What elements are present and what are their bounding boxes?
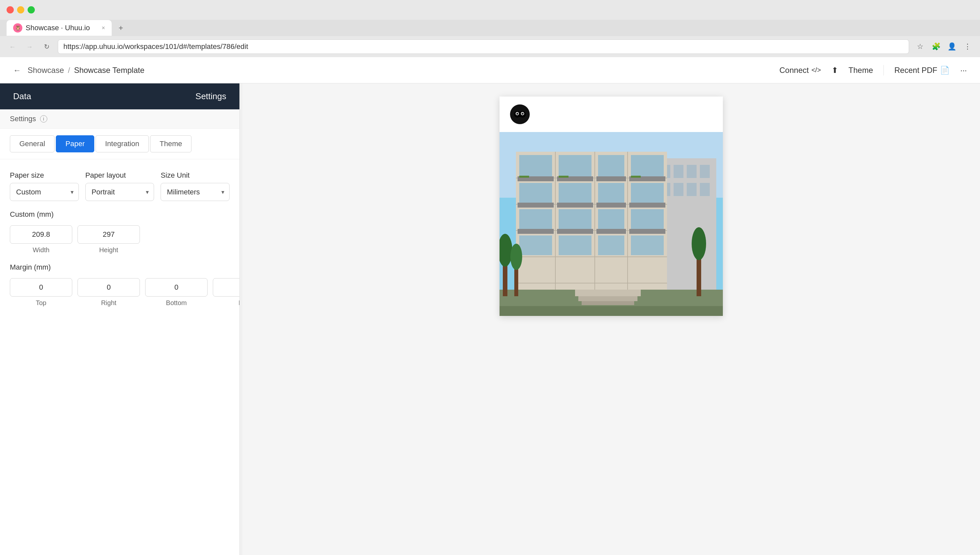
tab-title: Showcase · Uhuu.io <box>26 24 90 32</box>
browser-nav: ← → ↻ https://app.uhuu.io/workspaces/101… <box>0 36 980 57</box>
left-panel: Data Settings Settings i General Paper I… <box>0 83 240 555</box>
profile-button[interactable]: 👤 <box>946 41 958 53</box>
svg-rect-37 <box>519 183 552 203</box>
margin-top-input[interactable] <box>10 278 72 297</box>
tab-settings[interactable]: Settings <box>182 83 239 109</box>
address-bar[interactable]: https://app.uhuu.io/workspaces/101/d#/te… <box>58 39 909 54</box>
logo-svg <box>513 109 526 119</box>
tab-theme[interactable]: Theme <box>150 135 191 152</box>
paper-size-select-wrapper: Custom A4 A3 Letter Legal ▾ <box>10 183 79 201</box>
settings-info-icon[interactable]: i <box>40 115 47 122</box>
custom-mm-section: Custom (mm) Width Height <box>10 210 229 254</box>
recent-pdf-label: Recent PDF <box>894 66 937 75</box>
bookmark-button[interactable]: ☆ <box>914 41 926 53</box>
back-button[interactable]: ← <box>6 41 18 53</box>
custom-mm-label: Custom (mm) <box>10 210 229 219</box>
svg-rect-55 <box>598 236 624 255</box>
svg-point-64 <box>692 227 706 260</box>
svg-rect-14 <box>687 165 696 178</box>
svg-rect-70 <box>631 176 641 178</box>
preview-logo <box>510 104 530 124</box>
margin-right-input[interactable] <box>77 278 140 297</box>
paper-layout-label: Paper layout <box>85 171 154 180</box>
app: ← Showcase / Showcase Template Connect <… <box>0 57 980 555</box>
height-input[interactable] <box>77 225 140 244</box>
nav-actions: ☆ 🧩 👤 ⋮ <box>914 41 974 53</box>
margin-bottom-input[interactable] <box>145 278 208 297</box>
svg-rect-49 <box>518 229 554 234</box>
maximize-traffic-light[interactable] <box>27 6 35 13</box>
custom-mm-inputs: Width Height <box>10 225 229 254</box>
connect-button[interactable]: Connect </> <box>780 66 821 75</box>
more-options-button[interactable]: ⋮ <box>962 41 974 53</box>
theme-button[interactable]: Theme <box>848 66 873 75</box>
breadcrumb-back-button[interactable]: ← <box>13 66 21 75</box>
size-unit-label: Size Unit <box>160 171 229 180</box>
margin-bottom-group: Bottom <box>145 278 208 307</box>
browser-titlebar <box>0 0 980 20</box>
browser-chrome: 🦉 Showcase · Uhuu.io × + ← → ↻ https://a… <box>0 0 980 57</box>
extensions-button[interactable]: 🧩 <box>930 41 942 53</box>
theme-label: Theme <box>848 66 873 75</box>
margin-left-input[interactable] <box>213 278 239 297</box>
upload-button[interactable]: ⬆ <box>832 66 838 75</box>
size-unit-select-wrapper: Milimeters Inches Pixels ▾ <box>160 183 229 201</box>
more-menu-button[interactable]: ··· <box>960 66 967 75</box>
size-unit-select[interactable]: Milimeters Inches Pixels <box>160 183 229 201</box>
margin-inputs: Top Right Bottom Left <box>10 278 229 307</box>
tab-integration[interactable]: Integration <box>96 135 149 152</box>
margin-top-group: Top <box>10 278 72 307</box>
width-input[interactable] <box>10 225 72 244</box>
tab-general[interactable]: General <box>10 135 55 152</box>
size-unit-group: Size Unit Milimeters Inches Pixels ▾ <box>160 171 229 201</box>
svg-rect-69 <box>559 176 568 178</box>
upload-icon: ⬆ <box>832 66 838 75</box>
paper-layout-select-wrapper: Portrait Landscape ▾ <box>85 183 154 201</box>
recent-pdf-button[interactable]: Recent PDF 📄 <box>894 66 950 75</box>
margin-left-group: Left <box>213 278 239 307</box>
forward-button[interactable]: → <box>24 41 35 53</box>
close-traffic-light[interactable] <box>6 6 14 13</box>
browser-tab-active[interactable]: 🦉 Showcase · Uhuu.io × <box>6 20 112 36</box>
margin-section: Margin (mm) Top Right Bottom <box>10 263 229 307</box>
paper-size-select[interactable]: Custom A4 A3 Letter Legal <box>10 183 79 201</box>
margin-bottom-label: Bottom <box>145 299 208 307</box>
svg-rect-13 <box>674 165 683 178</box>
svg-rect-29 <box>519 155 552 176</box>
paper-size-label: Paper size <box>10 171 79 180</box>
refresh-button[interactable]: ↻ <box>41 41 53 53</box>
preview-building-image <box>499 132 723 316</box>
new-tab-button[interactable]: + <box>114 21 127 34</box>
svg-rect-18 <box>687 183 696 196</box>
margin-right-label: Right <box>77 299 140 307</box>
main-layout: Data Settings Settings i General Paper I… <box>0 83 980 555</box>
height-label: Height <box>77 246 140 254</box>
header-divider <box>884 65 884 75</box>
header-actions: Connect </> ⬆ Theme Recent PDF 📄 ··· <box>780 65 967 75</box>
svg-rect-67 <box>582 301 634 305</box>
minimize-traffic-light[interactable] <box>17 6 24 13</box>
url-text: https://app.uhuu.io/workspaces/101/d#/te… <box>63 42 248 51</box>
margin-left-label: Left <box>213 299 239 307</box>
svg-rect-41 <box>518 203 554 207</box>
paper-layout-select[interactable]: Portrait Landscape <box>85 183 154 201</box>
panel-divider <box>240 83 242 555</box>
svg-rect-48 <box>631 209 664 229</box>
svg-rect-17 <box>674 183 683 196</box>
svg-rect-30 <box>559 155 592 176</box>
svg-rect-38 <box>559 183 592 203</box>
svg-point-62 <box>510 244 522 270</box>
tab-data[interactable]: Data <box>0 83 44 109</box>
app-header: ← Showcase / Showcase Template Connect <… <box>0 57 980 83</box>
svg-point-5 <box>516 113 518 115</box>
tab-favicon: 🦉 <box>13 23 22 32</box>
tab-close-button[interactable]: × <box>101 25 105 32</box>
traffic-lights <box>6 6 35 13</box>
width-label: Width <box>10 246 72 254</box>
breadcrumb-separator: / <box>68 66 70 75</box>
svg-point-6 <box>521 113 523 115</box>
svg-rect-19 <box>700 183 710 196</box>
tab-paper[interactable]: Paper <box>56 135 94 152</box>
info-icon-text: i <box>43 116 44 122</box>
svg-rect-65 <box>575 290 641 296</box>
